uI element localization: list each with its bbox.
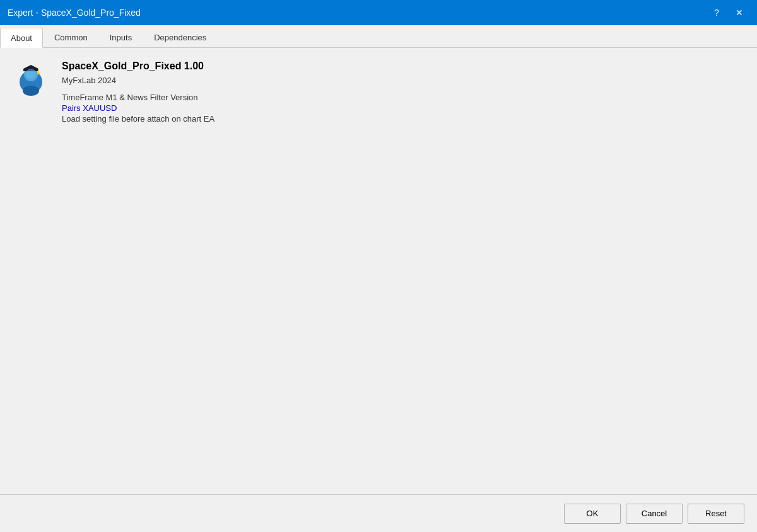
svg-point-7 xyxy=(26,69,36,79)
title-bar: Expert - SpaceX_Gold_Pro_Fixed ? ✕ xyxy=(0,0,757,25)
help-button[interactable]: ? xyxy=(707,4,727,21)
expert-name: SpaceX_Gold_Pro_Fixed 1.00 xyxy=(62,61,214,72)
title-bar-controls: ? ✕ xyxy=(707,4,749,21)
tab-common[interactable]: Common xyxy=(44,27,98,47)
tab-bar: About Common Inputs Dependencies xyxy=(0,25,757,48)
about-info: SpaceX_Gold_Pro_Fixed 1.00 MyFxLab 2024 … xyxy=(62,61,214,124)
about-section: SpaceX_Gold_Pro_Fixed 1.00 MyFxLab 2024 … xyxy=(13,61,744,124)
expert-details: TimeFrame M1 & News Filter Version Pairs… xyxy=(62,93,214,124)
main-content: SpaceX_Gold_Pro_Fixed 1.00 MyFxLab 2024 … xyxy=(0,48,757,494)
svg-point-5 xyxy=(37,72,40,74)
tab-dependencies[interactable]: Dependencies xyxy=(143,27,217,47)
ok-button[interactable]: OK xyxy=(564,504,621,524)
close-button[interactable]: ✕ xyxy=(729,4,749,21)
expert-author: MyFxLab 2024 xyxy=(62,76,214,85)
cancel-button[interactable]: Cancel xyxy=(626,504,683,524)
window-title: Expert - SpaceX_Gold_Pro_Fixed xyxy=(8,8,707,18)
button-bar: OK Cancel Reset xyxy=(0,494,757,532)
reset-button[interactable]: Reset xyxy=(688,504,744,524)
detail-line-3: Load setting file before attach on chart… xyxy=(62,114,214,124)
detail-line-2: Pairs XAUUSD xyxy=(62,103,214,113)
svg-marker-3 xyxy=(23,65,38,69)
svg-point-6 xyxy=(23,86,39,96)
detail-line-1: TimeFrame M1 & News Filter Version xyxy=(62,93,214,102)
tab-about[interactable]: About xyxy=(0,28,43,48)
tab-inputs[interactable]: Inputs xyxy=(99,27,143,47)
expert-icon xyxy=(13,61,49,97)
